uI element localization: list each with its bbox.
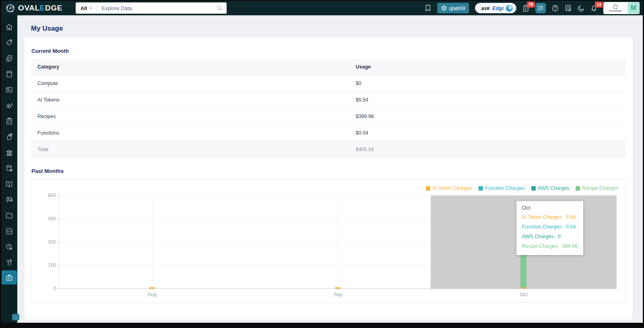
search-scope-value: All [80, 5, 87, 11]
sidebar-item-data-stores[interactable] [1, 160, 17, 176]
environment-button[interactable]: qlab09 [437, 3, 469, 13]
dark-mode-moon-icon[interactable] [578, 5, 584, 12]
plot-area: Oct AI Token Charges : 5.54Function Char… [59, 195, 617, 289]
help-icon[interactable] [552, 5, 559, 12]
top-navbar: OVALEDGE All qlab09 askEdgi [1, 1, 643, 15]
code-file-icon [5, 227, 13, 235]
x-axis-label: Sep [333, 292, 342, 297]
y-tick-mark [57, 242, 59, 243]
sidebar-item-projects[interactable] [1, 208, 17, 223]
search-input[interactable] [101, 5, 217, 12]
x-axis-labels-space [36, 289, 621, 299]
column-header-usage: Usage [349, 59, 626, 75]
mini-brand-logo: OVALEDGE [605, 4, 626, 12]
usage-dashboard-icon [5, 274, 13, 282]
gridline-vertical [152, 195, 153, 289]
y-axis-label: 450 [41, 216, 56, 222]
search-icon[interactable] [217, 5, 223, 11]
user-avatar[interactable]: M [628, 2, 639, 14]
page-title: My Usage [31, 25, 632, 33]
chart-bar[interactable] [335, 287, 341, 289]
usage-card: Current Month Category Usage Compute$0AI… [25, 37, 632, 320]
category-cell: Functions [31, 125, 349, 141]
database-gear-icon [5, 164, 13, 172]
chart-bar[interactable] [520, 287, 526, 289]
askedgi-icon [506, 5, 513, 12]
category-cell: Recipes [31, 108, 349, 125]
mini-brand-text: OVALEDGE [609, 10, 621, 12]
notifications-badge: 14 [595, 2, 603, 8]
tooltip-line: AI Token Charges : 5.54 [522, 212, 578, 222]
tooltip-line: Recipe Charges : 399.96 [522, 241, 578, 251]
tooltip-title: Oct [522, 205, 578, 211]
tasks-clipboard-icon[interactable]: 78 [522, 4, 529, 12]
bookmark-icon[interactable] [425, 4, 431, 12]
ovaledge-logo-icon [5, 3, 15, 13]
sidebar-item-tags[interactable] [1, 35, 17, 50]
notifications-bell-icon[interactable]: 14 [590, 4, 597, 12]
y-axis-label: 300 [41, 239, 56, 245]
sidebar-item-approvals[interactable] [1, 129, 17, 145]
sidebar-item-query-sheet[interactable] [1, 223, 17, 239]
chart-tooltip: Oct AI Token Charges : 5.54Function Char… [516, 201, 583, 255]
tag-icon [5, 39, 13, 47]
sidebar-item-checklist[interactable] [1, 113, 17, 129]
legend-swatch-icon [531, 186, 536, 191]
clipboard-list-icon [5, 117, 13, 125]
x-tick-mark [338, 289, 339, 290]
usage-cell: $0.04 [349, 125, 626, 141]
legend-label: AWS Charges [538, 185, 570, 191]
askedgi-label: ask [481, 5, 490, 11]
sidebar-item-catalog[interactable] [1, 66, 17, 82]
legend-item[interactable]: Recipe Charges [576, 185, 618, 191]
sidebar-item-lineage[interactable] [1, 98, 17, 113]
sidebar-item-jobs[interactable] [1, 239, 17, 255]
release-notes-icon[interactable] [565, 4, 572, 12]
sidebar [1, 15, 17, 323]
app-shell: My Usage Current Month Category Usage Co… [1, 15, 643, 323]
sidebar-item-governance[interactable] [1, 145, 17, 160]
chart-legend: AI Token ChargesFunction ChargesAWS Char… [36, 184, 618, 192]
usage-cell: $5.54 [349, 92, 626, 108]
sidebar-item-business-glossary[interactable] [1, 176, 17, 192]
x-tick-mark [152, 289, 153, 290]
table-header-row: Category Usage [31, 59, 626, 75]
search-scope-dropdown[interactable]: All [80, 5, 93, 11]
sidebar-item-reports[interactable] [1, 82, 17, 98]
chat-assistant-button[interactable] [535, 3, 546, 13]
x-axis-label: Oct [520, 292, 527, 297]
chart-bar[interactable] [149, 287, 155, 289]
y-tick-mark [57, 195, 59, 196]
open-book-icon [5, 180, 13, 188]
folder-icon [5, 212, 13, 220]
tools-icon [5, 259, 13, 267]
legend-swatch-icon [576, 186, 580, 191]
legend-item[interactable]: AI Token Charges [426, 185, 472, 191]
sidebar-item-certifications[interactable] [1, 50, 17, 66]
sidebar-expand-button[interactable]: → [12, 314, 19, 320]
ovaledge-logo[interactable]: OVALEDGE [5, 3, 62, 13]
sidebar-item-collaboration[interactable] [1, 192, 17, 208]
report-chart-icon [5, 86, 13, 94]
chat-bubbles-icon [5, 196, 13, 204]
tasks-badge: 78 [527, 2, 535, 8]
app-window: OVALEDGE All qlab09 askEdgi [0, 0, 644, 328]
sidebar-item-tools[interactable] [1, 255, 17, 270]
legend-item[interactable]: Function Charges [479, 185, 525, 191]
tooltip-line: Function Charges : 0.04 [522, 222, 578, 232]
current-month-heading: Current Month [31, 48, 626, 54]
x-axis-label: Aug [148, 292, 157, 297]
askedgi-button[interactable]: askEdgi [475, 3, 516, 13]
sidebar-item-usage-dashboard[interactable] [2, 270, 17, 284]
search-divider [97, 5, 97, 11]
sidebar-item-home[interactable] [1, 19, 17, 35]
past-months-heading: Past Months [31, 168, 626, 174]
y-tick-mark [57, 289, 59, 289]
column-header-category: Category [31, 59, 349, 75]
category-cell: Compute [31, 75, 349, 92]
legend-label: AI Token Charges [432, 185, 472, 191]
total-label: Total [31, 141, 349, 158]
legend-item[interactable]: AWS Charges [531, 185, 570, 191]
profile-menu[interactable]: OVALEDGE M [603, 2, 640, 14]
hand-check-icon [5, 133, 13, 141]
